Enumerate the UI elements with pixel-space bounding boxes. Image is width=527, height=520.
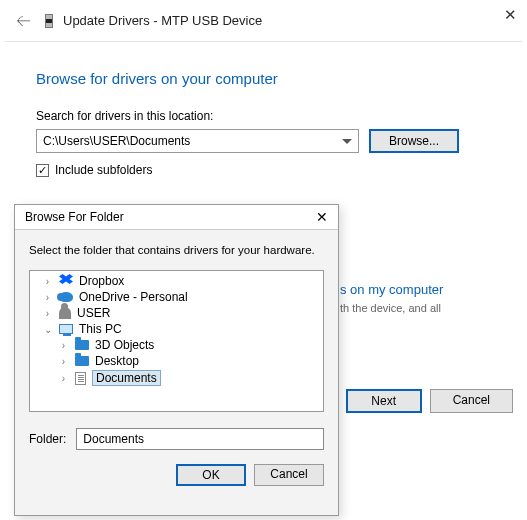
folder-field-label: Folder:: [29, 432, 66, 446]
page-heading: Browse for drivers on your computer: [36, 70, 495, 87]
ok-button[interactable]: OK: [176, 464, 246, 486]
chevron-right-icon[interactable]: ›: [58, 373, 69, 384]
tree-label: USER: [77, 306, 110, 320]
tree-label: Documents: [92, 370, 161, 386]
computer-icon: [59, 324, 73, 334]
tree-item-desktop[interactable]: › Desktop: [30, 353, 323, 369]
chevron-down-icon[interactable]: ⌄: [42, 324, 53, 335]
dialog-title: Browse For Folder: [25, 210, 124, 224]
dialog-cancel-button[interactable]: Cancel: [254, 464, 324, 486]
tree-label: OneDrive - Personal: [79, 290, 188, 304]
folder-tree[interactable]: › Dropbox › OneDrive - Personal › USER ⌄…: [29, 270, 324, 412]
browse-folder-dialog: Browse For Folder ✕ Select the folder th…: [14, 204, 339, 516]
main-content: Browse for drivers on your computer Sear…: [0, 42, 527, 177]
tree-item-dropbox[interactable]: › Dropbox: [30, 273, 323, 289]
tree-item-user[interactable]: › USER: [30, 305, 323, 321]
folder-name-input[interactable]: [76, 428, 324, 450]
tree-item-thispc[interactable]: ⌄ This PC: [30, 321, 323, 337]
dropbox-icon: [59, 274, 73, 288]
cancel-button[interactable]: Cancel: [430, 389, 513, 413]
user-icon: [59, 307, 71, 319]
chevron-right-icon[interactable]: ›: [58, 340, 69, 351]
include-subfolders-label: Include subfolders: [55, 163, 152, 177]
background-link-fragment[interactable]: s on my computer: [340, 282, 443, 297]
back-arrow-icon[interactable]: 🡠: [12, 10, 35, 31]
folder-icon: [75, 340, 89, 350]
tree-item-3dobjects[interactable]: › 3D Objects: [30, 337, 323, 353]
titlebar: 🡠 Update Drivers - MTP USB Device: [0, 0, 527, 41]
dialog-instruction: Select the folder that contains drivers …: [15, 230, 338, 270]
tree-label: 3D Objects: [95, 338, 154, 352]
tree-item-onedrive[interactable]: › OneDrive - Personal: [30, 289, 323, 305]
dialog-close-icon[interactable]: ✕: [316, 209, 328, 225]
chevron-right-icon[interactable]: ›: [58, 356, 69, 367]
background-text-fragment: th the device, and all: [340, 302, 441, 314]
browse-button[interactable]: Browse...: [369, 129, 459, 153]
chevron-right-icon[interactable]: ›: [42, 292, 53, 303]
tree-label: Dropbox: [79, 274, 124, 288]
location-value: C:\Users\USER\Documents: [43, 134, 190, 148]
window-title: Update Drivers - MTP USB Device: [63, 13, 262, 28]
chevron-right-icon[interactable]: ›: [42, 308, 53, 319]
folder-icon: [75, 356, 89, 366]
window-close-icon[interactable]: ✕: [504, 6, 517, 24]
chevron-down-icon: [342, 139, 352, 144]
tree-label: This PC: [79, 322, 122, 336]
include-subfolders-checkbox[interactable]: Include subfolders: [36, 163, 495, 177]
cloud-icon: [59, 292, 73, 302]
documents-icon: [75, 372, 86, 385]
tree-label: Desktop: [95, 354, 139, 368]
tree-item-documents[interactable]: › Documents: [30, 369, 323, 387]
next-button[interactable]: Next: [346, 389, 422, 413]
chevron-right-icon[interactable]: ›: [42, 276, 53, 287]
search-location-label: Search for drivers in this location:: [36, 109, 495, 123]
usb-device-icon: [45, 14, 53, 28]
checkbox-icon: [36, 164, 49, 177]
location-dropdown[interactable]: C:\Users\USER\Documents: [36, 129, 359, 153]
